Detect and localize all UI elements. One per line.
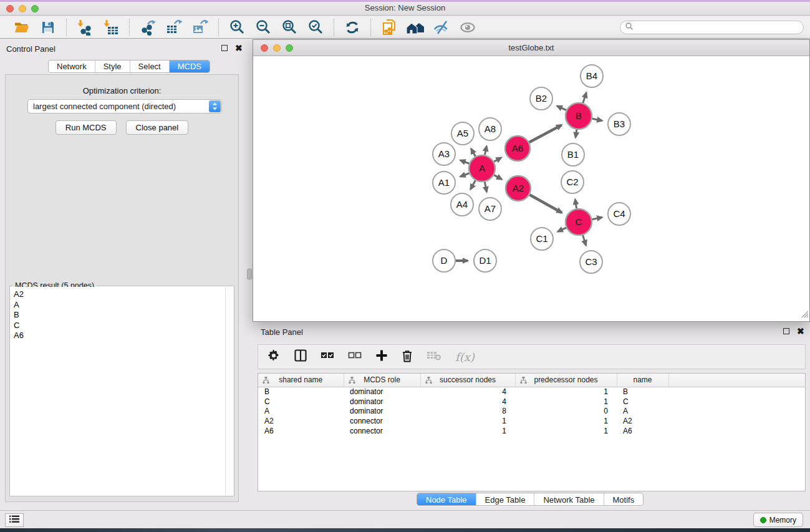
edge-A-A7[interactable] — [485, 182, 486, 192]
edge-A-A6[interactable] — [494, 158, 501, 162]
tab-mcds[interactable]: MCDS — [169, 60, 210, 72]
import-table-button[interactable] — [102, 19, 120, 36]
search-input[interactable] — [634, 22, 803, 33]
node-A5[interactable]: A5 — [451, 122, 474, 145]
edge-A-A3[interactable] — [460, 160, 469, 163]
tab-select[interactable]: Select — [130, 60, 169, 72]
node-D1[interactable]: D1 — [474, 249, 496, 272]
table-row[interactable]: Cdominator41C — [258, 397, 805, 407]
node-A1[interactable]: A1 — [433, 172, 455, 194]
tab-network-table[interactable]: Network Table — [534, 493, 603, 506]
first-neighbors-button[interactable] — [406, 19, 425, 36]
mcds-result-item[interactable]: B — [11, 310, 225, 321]
node-A7[interactable]: A7 — [479, 198, 501, 220]
edge-B-B3[interactable] — [592, 118, 602, 120]
column-header-predecessor-nodes[interactable]: predecessor nodes — [515, 374, 617, 387]
edge-A-A8[interactable] — [485, 146, 486, 155]
edge-B-B4[interactable] — [583, 93, 586, 103]
column-visibility-button[interactable] — [294, 349, 307, 365]
new-network-from-selection-button[interactable] — [380, 19, 398, 36]
deselect-all-button[interactable] — [348, 349, 362, 365]
node-A6[interactable]: A6 — [505, 136, 530, 161]
node-C[interactable]: C — [566, 209, 592, 235]
node-C3[interactable]: C3 — [580, 251, 602, 273]
import-network-button[interactable] — [75, 19, 94, 36]
delete-column-button[interactable] — [402, 349, 413, 365]
network-canvas[interactable]: B4B2BB3A5A8A6A3B1AA1C2A2A4A7C4CC1C3DD1 — [253, 56, 809, 321]
edge-A-A4[interactable] — [471, 180, 476, 189]
show-all-button[interactable] — [458, 19, 477, 36]
edge-B-B1[interactable] — [576, 130, 577, 138]
run-mcds-button[interactable]: Run MCDS — [55, 120, 117, 135]
export-image-button[interactable] — [191, 19, 210, 36]
refresh-view-button[interactable] — [343, 19, 362, 36]
table-row[interactable]: Bdominator41B — [258, 387, 805, 397]
column-header-MCDS-role[interactable]: MCDS role — [344, 374, 420, 387]
zoom-fit-button[interactable] — [280, 19, 299, 36]
mcds-result-item[interactable]: C — [11, 321, 225, 331]
zoom-in-button[interactable] — [228, 19, 246, 36]
node-B4[interactable]: B4 — [581, 65, 603, 87]
edge-C-C2[interactable] — [575, 200, 576, 209]
select-all-button[interactable] — [321, 349, 334, 365]
node-B1[interactable]: B1 — [562, 143, 584, 166]
zoom-selected-button[interactable] — [306, 19, 325, 36]
edge-B-B2[interactable] — [557, 106, 566, 110]
open-file-button[interactable] — [12, 19, 31, 36]
node-B[interactable]: B — [566, 103, 592, 129]
node-A[interactable]: A — [469, 155, 495, 181]
window-resize-grip[interactable] — [801, 309, 809, 321]
column-header-successor-nodes[interactable]: successor nodes — [420, 374, 515, 387]
tab-motifs[interactable]: Motifs — [604, 493, 644, 506]
close-panel-button[interactable]: Close panel — [126, 120, 189, 135]
tab-style[interactable]: Style — [95, 60, 130, 72]
add-column-button[interactable] — [375, 349, 388, 365]
save-session-button[interactable] — [39, 19, 57, 36]
edge-C-C4[interactable] — [592, 217, 602, 219]
memory-button[interactable]: Memory — [753, 513, 803, 527]
node-B3[interactable]: B3 — [608, 113, 630, 135]
vertical-splitter-grip[interactable] — [247, 269, 252, 279]
show-panels-button[interactable] — [5, 513, 24, 527]
float-table-panel-icon[interactable] — [783, 328, 789, 334]
edge-A6-B[interactable] — [529, 125, 562, 143]
export-network-button[interactable] — [138, 19, 157, 36]
edge-A-A1[interactable] — [460, 173, 469, 177]
column-header-name[interactable]: name — [617, 374, 668, 387]
table-row[interactable]: A2connector11A2 — [258, 416, 805, 426]
node-D[interactable]: D — [433, 249, 455, 272]
edge-A2-C[interactable] — [529, 195, 562, 213]
result-list-scrollbar[interactable] — [225, 287, 233, 495]
edge-C-C1[interactable] — [557, 228, 566, 231]
node-A8[interactable]: A8 — [479, 118, 501, 140]
close-panel-icon[interactable]: ✖ — [235, 45, 243, 51]
table-settings-button[interactable] — [267, 349, 281, 365]
network-window-titlebar[interactable]: testGlobe.txt — [253, 40, 809, 56]
mcds-result-item[interactable]: A2 — [11, 289, 225, 300]
edge-C-C3[interactable] — [583, 235, 586, 245]
zoom-out-button[interactable] — [254, 19, 272, 36]
mcds-result-item[interactable]: A — [11, 300, 225, 311]
table-row[interactable]: Adominator80A — [258, 407, 805, 417]
close-table-panel-icon[interactable]: ✖ — [797, 328, 804, 334]
node-A3[interactable]: A3 — [433, 143, 455, 165]
export-table-button[interactable] — [165, 19, 183, 36]
node-B2[interactable]: B2 — [530, 87, 552, 110]
criterion-select[interactable]: largest connected component (directed) — [27, 99, 222, 114]
node-C2[interactable]: C2 — [561, 171, 584, 193]
tab-network[interactable]: Network — [49, 60, 95, 72]
node-C1[interactable]: C1 — [531, 228, 553, 250]
tab-node-table[interactable]: Node Table — [417, 493, 476, 506]
node-C4[interactable]: C4 — [608, 203, 630, 225]
column-header-shared-name[interactable]: shared name — [258, 374, 344, 387]
node-A4[interactable]: A4 — [451, 193, 473, 216]
mcds-result-list[interactable]: A2ABCA6 — [11, 287, 225, 495]
edge-A-A2[interactable] — [494, 175, 501, 180]
edge-A-A5[interactable] — [471, 148, 476, 156]
table-row[interactable]: A6connector11A6 — [258, 426, 805, 436]
mcds-result-item[interactable]: A6 — [11, 331, 225, 341]
tab-edge-table[interactable]: Edge Table — [476, 493, 534, 506]
hide-selected-button[interactable] — [432, 19, 451, 36]
float-panel-icon[interactable] — [221, 45, 228, 51]
node-A2[interactable]: A2 — [506, 176, 531, 201]
